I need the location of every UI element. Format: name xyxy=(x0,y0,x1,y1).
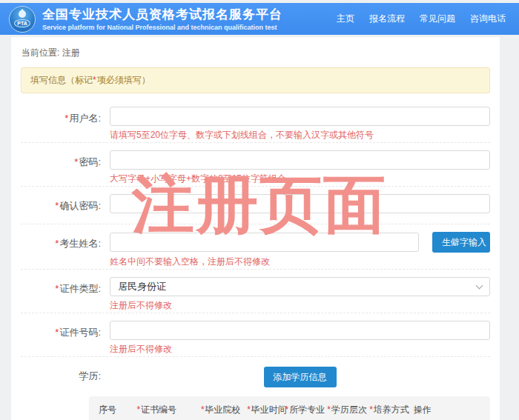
candidate-name-label: *考生姓名: xyxy=(21,232,101,267)
username-hint: 请填写5至20位字母、数字或下划线组合，不要输入汉字或其他符号 xyxy=(110,130,490,140)
add-education-button[interactable]: 添加学历信息 xyxy=(264,367,337,387)
nav-registration-process[interactable]: 报名流程 xyxy=(369,13,405,25)
candidate-name-row: *考生姓名: 生僻字输入 姓名中间不要输入空格，注册后不得修改 xyxy=(21,224,490,270)
confirm-password-label: *确认密码: xyxy=(21,194,101,213)
required-marker: * xyxy=(327,404,331,415)
col-graduation-time: *毕业时间 xyxy=(237,404,275,416)
id-type-select[interactable]: 居民身份证 xyxy=(110,277,490,296)
breadcrumb: 当前位置: 注册 xyxy=(11,37,500,64)
col-certificate-number: *证书编号 xyxy=(127,404,191,416)
notice-suffix: 项必须填写） xyxy=(97,75,151,85)
id-number-label: *证件号码: xyxy=(21,321,101,354)
education-label: 学历: xyxy=(21,364,101,387)
required-marker: * xyxy=(285,404,289,415)
notice-required-marker: * xyxy=(93,75,96,85)
top-navigation: 主页 报名流程 常见问题 咨询电话 xyxy=(337,13,510,25)
required-marker: * xyxy=(55,283,59,294)
col-graduation-school: *毕业院校 xyxy=(191,404,237,416)
water-drop-icon xyxy=(17,9,27,19)
id-type-selected-value: 居民身份证 xyxy=(118,280,166,293)
col-actions: 操作 xyxy=(404,404,490,416)
platform-logo-icon: PTA xyxy=(9,6,36,33)
id-number-row: *证件号码: 注册后不得修改 xyxy=(21,313,490,357)
nav-faq[interactable]: 常见问题 xyxy=(420,13,455,25)
required-marker: * xyxy=(55,238,59,249)
col-major: *所学专业 xyxy=(276,404,318,416)
id-type-hint: 注册后不得修改 xyxy=(110,300,490,310)
required-marker: * xyxy=(65,113,68,124)
confirm-password-input[interactable] xyxy=(110,194,490,213)
candidate-name-hint: 姓名中间不要输入空格，注册后不得修改 xyxy=(110,256,490,267)
nav-contact-phone[interactable]: 咨询电话 xyxy=(470,13,506,25)
username-input[interactable] xyxy=(110,107,490,126)
required-marker: * xyxy=(55,327,59,338)
education-row: 学历: 添加学历信息 xyxy=(21,357,490,392)
required-marker: * xyxy=(136,404,140,415)
logo-text: PTA xyxy=(14,19,30,27)
platform-subtitle: Service platform for National Profession… xyxy=(42,24,282,31)
required-marker: * xyxy=(247,404,251,415)
platform-title: 全国专业技术人员资格考试报名服务平台 xyxy=(42,7,282,22)
password-row: *密码: 大写字母+小写字母+数字的8至15位字符组合 xyxy=(21,143,490,187)
id-type-row: *证件类型: 居民身份证 注册后不得修改 xyxy=(21,270,490,313)
candidate-name-input[interactable] xyxy=(110,233,419,252)
password-hint: 大写字母+小写字母+数字的8至15位字符组合 xyxy=(110,173,490,184)
app-header: PTA 全国专业技术人员资格考试报名服务平台 Service platform … xyxy=(0,3,519,35)
username-label: *用户名: xyxy=(21,107,101,140)
required-marker: * xyxy=(74,156,78,167)
registration-form: *用户名: 请填写5至20位字母、数字或下划线组合，不要输入汉字或其他符号 *密… xyxy=(21,99,490,420)
password-input[interactable] xyxy=(110,150,490,170)
education-table-header: 序号 *证书编号 *毕业院校 *毕业时间 *所学专业 *学历层次 *培养方式 操… xyxy=(89,396,490,420)
required-marker: * xyxy=(369,404,373,415)
required-marker: * xyxy=(201,404,205,415)
id-number-input[interactable] xyxy=(110,321,490,340)
username-row: *用户名: 请填写5至20位字母、数字或下划线组合，不要输入汉字或其他符号 xyxy=(21,99,490,143)
confirm-password-row: *确认密码: xyxy=(21,187,490,224)
notice-prefix: 填写信息（标记 xyxy=(30,75,93,85)
fill-info-notice: 填写信息（标记*项必须填写） xyxy=(21,67,490,93)
col-serial-number: 序号 xyxy=(89,404,127,416)
id-type-label: *证件类型: xyxy=(21,277,101,310)
password-label: *密码: xyxy=(21,150,101,184)
rare-character-input-button[interactable]: 生僻字输入 xyxy=(432,232,490,253)
content-panel: 当前位置: 注册 填写信息（标记*项必须填写） *用户名: 请填写5至20位字母… xyxy=(11,37,500,420)
col-training-mode: *培养方式 xyxy=(360,404,404,416)
col-education-level: *学历层次 xyxy=(317,404,360,416)
education-table: 序号 *证书编号 *毕业院校 *毕业时间 *所学专业 *学历层次 *培养方式 操… xyxy=(89,396,490,420)
id-number-hint: 注册后不得修改 xyxy=(110,344,490,354)
nav-home[interactable]: 主页 xyxy=(337,13,354,25)
chevron-down-icon xyxy=(476,281,483,289)
required-marker: * xyxy=(55,200,59,211)
